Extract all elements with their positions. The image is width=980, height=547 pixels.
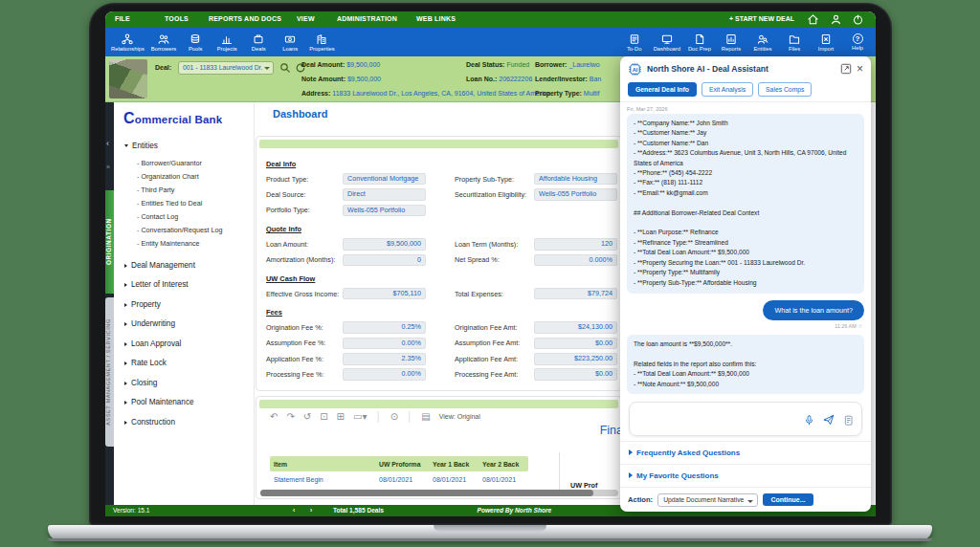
toolbar-dashboard[interactable]: Dashboard — [654, 33, 680, 52]
menu-administration[interactable]: ADMINISTRATION — [337, 15, 397, 22]
sidebar-item-rate-lock[interactable]: Rate Lock — [114, 354, 255, 374]
action-dropdown[interactable]: Update Document Narrative — [657, 493, 758, 507]
sidebar-item-third-party[interactable]: Third Party — [114, 184, 255, 197]
copy-icon[interactable]: ⊞ — [337, 411, 345, 422]
net-spread-field[interactable]: 0.000% — [534, 254, 617, 267]
application-fee-pct-field[interactable]: 2.35% — [343, 353, 426, 365]
sidebar-item-entities-tied-to-deal[interactable]: Entities Tied to Deal — [114, 197, 255, 210]
menu-reports-and-docs[interactable]: REPORTS AND DOCS — [209, 15, 281, 22]
toolbar-files[interactable]: Files — [782, 33, 807, 52]
expand-icon[interactable] — [840, 63, 852, 75]
user-icon[interactable] — [830, 13, 842, 26]
product-type-field[interactable]: Conventional Mortgage — [343, 173, 426, 186]
clock-icon[interactable]: ⊙ — [390, 411, 398, 422]
viewer-toolbar: ↶ ↷ ↺ ⊡ ⊞ ▭▾ │ ⊙ │ ▤ View: Original — [270, 411, 480, 422]
tab-sales-comps[interactable]: Sales Comps — [758, 82, 812, 97]
sidebar-item-pool-maintenance[interactable]: Pool Maintenance — [114, 393, 255, 413]
toolbar-pools[interactable]: Pools — [183, 33, 208, 52]
microphone-icon[interactable] — [804, 414, 814, 427]
toolbar-help[interactable]: ? Help — [845, 33, 870, 52]
sidebar-item-deal-management[interactable]: Deal Management — [114, 256, 255, 276]
toolbar-todo[interactable]: To-Do — [622, 33, 647, 52]
sidebar-item-construction[interactable]: Construction — [114, 413, 255, 433]
loan-amount-field[interactable]: $9,500,000 — [343, 238, 426, 251]
amortization-field[interactable]: 0 — [343, 254, 426, 267]
sidebar-item-conversation-request-log[interactable]: Conversation/Request Log — [114, 224, 255, 237]
menu-tools[interactable]: TOOLS — [165, 15, 189, 22]
processing-fee-pct-field[interactable]: 0.00% — [343, 368, 426, 381]
sidebar-item-underwriting[interactable]: Underwriting — [114, 315, 255, 335]
sidebar-item-contact-log[interactable]: Contact Log — [114, 210, 255, 224]
chat-input[interactable] — [629, 402, 862, 436]
portfolio-type-field[interactable]: Wells-055 Portfolio — [343, 205, 426, 217]
toolbar-relationships[interactable]: Relationships — [111, 33, 145, 52]
page-view-icon[interactable]: ▤ — [421, 411, 430, 422]
total-expenses-field[interactable]: $79,724 — [534, 288, 617, 300]
toolbar-projects[interactable]: Projects — [214, 33, 239, 52]
star-icon[interactable]: ☆ — [858, 323, 862, 329]
sidebar-item-closing[interactable]: Closing — [114, 374, 255, 394]
tab-general-deal-info[interactable]: General Deal Info — [628, 82, 697, 97]
shape-dropdown-icon[interactable]: ▭▾ — [353, 411, 367, 422]
toolbar-import[interactable]: Import — [813, 33, 838, 52]
faq-section[interactable]: Frequently Asked Questions — [620, 441, 871, 464]
projects-icon — [221, 33, 233, 45]
field-label: Assumption Fee %: — [266, 339, 343, 347]
sidebar-item-borrower-guarantor[interactable]: Borrower/Guarantor — [114, 157, 255, 170]
stamp-icon[interactable]: ⊡ — [320, 411, 327, 422]
undo-icon[interactable]: ↶ — [270, 411, 278, 422]
origination-fee-pct-field[interactable]: 0.25% — [343, 321, 426, 334]
processing-fee-amt-field[interactable]: $0.00 — [534, 368, 617, 381]
scrollbar-thumb[interactable] — [260, 490, 593, 496]
table-row[interactable]: Statement Begin 08/01/2021 08/01/2021 08… — [270, 471, 528, 488]
sidebar-item-loan-approval[interactable]: Loan Approval — [114, 335, 255, 355]
assumption-fee-pct-field[interactable]: 0.00% — [343, 338, 426, 350]
assumption-fee-amt-field[interactable]: $0.00 — [534, 338, 617, 350]
drag-handle-icon[interactable]: » — [106, 164, 110, 170]
toolbar-reports[interactable]: Reports — [719, 33, 744, 52]
sidebar-item-entities[interactable]: Entities — [114, 137, 255, 157]
effective-gross-income-field[interactable]: $705,110 — [343, 288, 426, 300]
tab-exit-analysis[interactable]: Exit Analysis — [702, 82, 753, 97]
send-icon[interactable] — [823, 414, 835, 426]
close-icon[interactable]: × — [857, 63, 863, 75]
application-fee-amt-field[interactable]: $223,250.00 — [534, 353, 617, 365]
notes-icon[interactable] — [843, 414, 854, 427]
horizontal-scrollbar[interactable] — [260, 490, 618, 496]
toolbar-deals[interactable]: Deals — [246, 33, 271, 52]
toolbar-entities[interactable]: Entities — [750, 33, 775, 52]
toolbar-properties[interactable]: Properties — [309, 33, 334, 52]
chevron-right-icon — [124, 322, 127, 326]
favorite-questions-section[interactable]: My Favorite Questions — [620, 464, 871, 487]
deal-source-field[interactable]: Direct — [343, 188, 426, 201]
origination-fee-amt-field[interactable]: $24,130.00 — [534, 321, 617, 334]
rotate-icon[interactable]: ↺ — [303, 411, 311, 422]
menu-file[interactable]: FILE — [115, 15, 130, 22]
prev-page-icon[interactable]: ‹ — [293, 507, 295, 514]
note-amount-label: Note Amount: — [301, 76, 345, 82]
toolbar-loans[interactable]: Loans — [278, 33, 302, 52]
sidebar-item-entity-maintenance[interactable]: Entity Maintenance — [114, 237, 255, 251]
loan-term-field[interactable]: 120 — [534, 238, 617, 251]
redo-icon[interactable]: ↷ — [286, 411, 294, 422]
start-new-deal-button[interactable]: + START NEW DEAL — [729, 15, 794, 22]
toolbar-borrowers[interactable]: Borrowers — [151, 33, 176, 52]
property-sub-type-field[interactable]: Affordable Housing — [534, 173, 617, 186]
continue-button[interactable]: Continue... — [763, 493, 813, 506]
power-icon[interactable] — [852, 13, 864, 26]
search-icon[interactable] — [279, 62, 291, 74]
menu-view[interactable]: VIEW — [297, 15, 315, 22]
securitization-eligibility-field[interactable]: Wells-055 Portfolio — [534, 188, 617, 201]
sidebar-item-property[interactable]: Property — [114, 295, 255, 316]
next-page-icon[interactable]: › — [310, 507, 312, 514]
deal-dropdown[interactable]: 001 - 11833 Laurelwood Dr. — [178, 61, 274, 75]
home-icon[interactable] — [807, 13, 819, 26]
chat-area[interactable]: Fri, Mar 27, 2026 - **Company Name:** Jo… — [620, 102, 871, 441]
toolbar-doc-prep[interactable]: Doc Prep — [687, 33, 712, 52]
sidebar-item-organization-chart[interactable]: Organization Chart — [114, 170, 255, 184]
view-mode-label[interactable]: View: Original — [439, 413, 480, 420]
menu-web-links[interactable]: WEB LINKS — [416, 15, 456, 22]
chevron-left-icon[interactable]: ‹ — [106, 139, 109, 148]
ai-assistant-panel: AI North Shore AI - Deal Assistant × Gen… — [620, 56, 871, 512]
sidebar-item-letter-of-interest[interactable]: Letter of Interest — [114, 275, 255, 295]
